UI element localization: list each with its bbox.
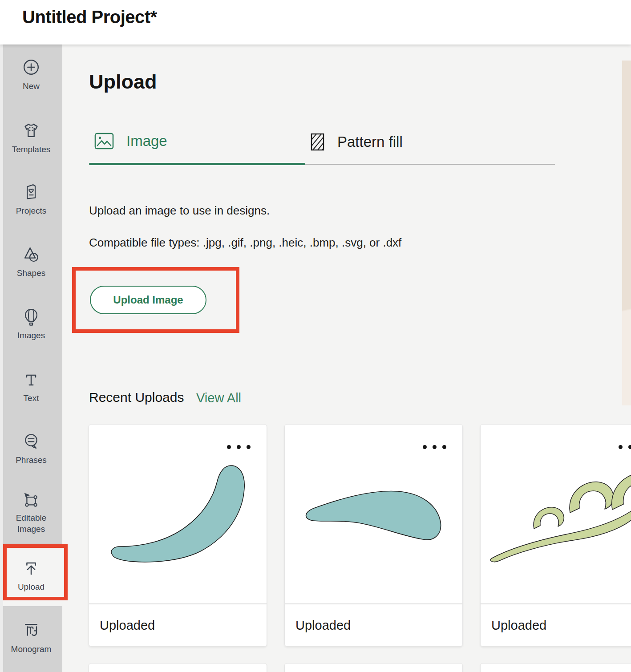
recent-upload-card-partial[interactable]: [89, 663, 267, 672]
sidebar-item-editable-images[interactable]: Editable Images: [0, 489, 62, 534]
recent-upload-card[interactable]: Uploaded: [284, 424, 463, 647]
recent-upload-card[interactable]: Uploaded: [89, 424, 267, 647]
view-all-link[interactable]: View All: [196, 391, 241, 405]
sidebar-item-label: Text: [0, 393, 62, 404]
tab-image-label: Image: [126, 133, 167, 150]
sidebar-item-label: Shapes: [0, 267, 62, 279]
sidebar-item-label: Monogram: [0, 644, 62, 655]
ellipsis-icon: [628, 445, 631, 449]
balloon-icon: [0, 306, 62, 327]
sidebar-item-monogram[interactable]: Monogram: [0, 620, 62, 655]
sidebar-item-shapes[interactable]: Shapes: [0, 244, 62, 279]
ellipsis-icon: [237, 445, 241, 449]
ellipsis-icon: [423, 445, 427, 449]
sidebar-item-label: Phrases: [0, 454, 62, 466]
card-options-menu[interactable]: [423, 445, 446, 449]
canvas-edge-sliver: [622, 61, 631, 405]
sidebar-item-label: Projects: [0, 205, 62, 216]
ellipsis-icon: [247, 445, 251, 449]
upload-arrow-icon: [0, 558, 62, 578]
recent-upload-card[interactable]: Uploaded: [480, 424, 631, 647]
sidebar-item-projects[interactable]: Projects: [0, 182, 62, 216]
speech-bubble-icon: [0, 431, 62, 451]
card-options-menu[interactable]: [619, 445, 631, 449]
monogram-icon: [0, 620, 62, 640]
ellipsis-icon: [619, 445, 623, 449]
project-card-icon: [0, 182, 62, 202]
tab-divider-line: [305, 164, 555, 165]
upload-description: Upload an image to use in designs.: [89, 204, 270, 218]
card-label: Uploaded: [285, 603, 462, 646]
ellipsis-icon: [442, 445, 446, 449]
main-content: Upload Image Pattern fill Uploa: [62, 45, 631, 672]
image-tab-icon: [94, 133, 114, 150]
shapes-icon: [0, 244, 62, 264]
teal-swoosh-shape: [89, 425, 267, 603]
ellipsis-icon: [227, 445, 231, 449]
active-tab-underline: [89, 163, 305, 165]
upload-thumbnail: [481, 425, 631, 603]
sidebar-item-text[interactable]: Text: [0, 371, 62, 404]
sidebar-item-label: Upload: [0, 581, 62, 592]
sidebar: New Templates Projects: [0, 45, 62, 672]
sidebar-item-upload[interactable]: Upload: [0, 558, 62, 592]
green-wave-flourish-shape: [481, 425, 631, 603]
project-title: Untitled Project*: [22, 7, 157, 27]
pattern-fill-tab-icon: [310, 133, 325, 151]
upload-image-button[interactable]: Upload Image: [90, 286, 206, 314]
header: Untitled Project*: [0, 0, 631, 45]
sidebar-item-templates[interactable]: Templates: [0, 120, 62, 155]
ellipsis-icon: [433, 445, 437, 449]
tshirt-icon: [0, 120, 62, 141]
sidebar-item-label: Images: [0, 330, 62, 341]
card-label: Uploaded: [481, 603, 631, 646]
sidebar-item-images[interactable]: Images: [0, 306, 62, 341]
sidebar-item-new[interactable]: New: [0, 57, 62, 92]
sidebar-item-phrases[interactable]: Phrases: [0, 431, 62, 466]
recent-uploads-heading: Recent Uploads: [89, 390, 184, 405]
tab-pattern-fill[interactable]: Pattern fill: [310, 133, 403, 151]
upload-thumbnail: [285, 425, 462, 603]
compatible-file-types: Compatible file types: .jpg, .gif, .png,…: [89, 236, 401, 250]
upload-thumbnail: [89, 425, 267, 603]
sidebar-item-label: Templates: [0, 144, 62, 155]
editable-images-icon: [0, 489, 62, 509]
teal-crescent-shape: [285, 425, 463, 603]
tab-pattern-fill-label: Pattern fill: [337, 134, 403, 150]
recent-upload-card-partial[interactable]: [480, 663, 631, 672]
recent-upload-card-partial[interactable]: [284, 663, 463, 672]
sidebar-item-label: Editable Images: [5, 512, 57, 534]
page-title: Upload: [89, 70, 157, 93]
text-icon: [0, 371, 62, 389]
card-label: Uploaded: [89, 603, 267, 646]
tab-image[interactable]: Image: [94, 133, 167, 150]
app-window: Untitled Project* New Templates: [0, 0, 631, 672]
sidebar-item-label: New: [0, 81, 62, 92]
plus-circle-icon: [0, 57, 62, 77]
card-options-menu[interactable]: [227, 445, 251, 449]
